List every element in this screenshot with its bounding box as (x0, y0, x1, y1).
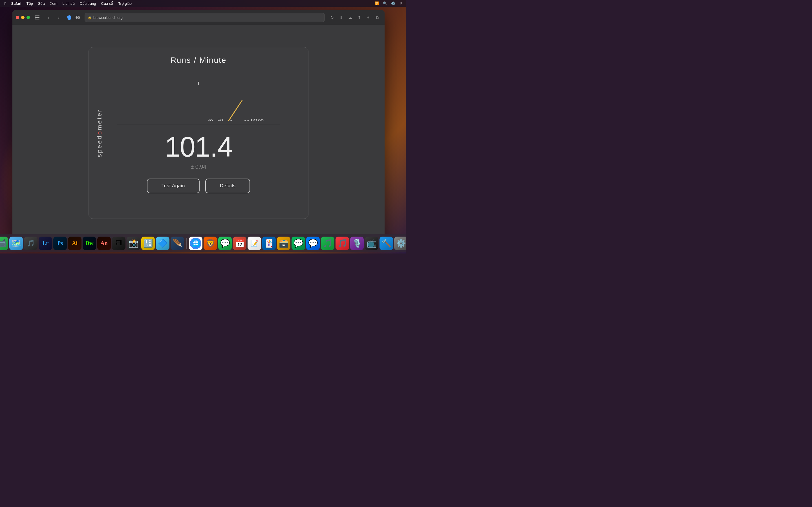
url-text: browserbench.org (93, 15, 123, 20)
traffic-lights (16, 16, 30, 19)
test-again-button[interactable]: Test Again (147, 179, 200, 193)
menu-trogiup[interactable]: Trợ giúp (116, 1, 134, 6)
svg-rect-3 (35, 15, 36, 19)
dock-icon-brave[interactable]: 🦁 (204, 237, 217, 250)
dock-icon-lightroom[interactable]: Lr (39, 237, 52, 250)
dock-icon-affinity[interactable]: 🔷 (156, 237, 169, 250)
dock-icon-xcode[interactable]: 🔨 (379, 237, 393, 250)
dock-icon-chrome[interactable]: 🌐 (189, 237, 202, 250)
menu-search[interactable]: 🔍 (382, 1, 388, 6)
menu-wifi[interactable]: 🛜 (373, 1, 380, 6)
dock-icon-fantastical[interactable]: 📅 (233, 237, 246, 250)
dock-icon-systemprefs[interactable]: ⚙️ (394, 237, 406, 250)
lock-icon: 🔒 (88, 16, 92, 19)
browser-window: ‹ › 🔒 browserbench.org ↻ ⬇ ☁ ⬆ (12, 10, 385, 241)
shield-privacy-button[interactable] (65, 13, 73, 21)
button-row: Test Again Details (147, 179, 250, 193)
menu-cuaso[interactable]: Cửa sổ (99, 1, 115, 6)
sidebar-toggle-button[interactable] (33, 13, 41, 21)
browser-content: speedometer Runs / Minute .tick-white { … (12, 25, 385, 241)
speedometer-card: speedometer Runs / Minute .tick-white { … (89, 47, 308, 219)
dock-icon-tableplus[interactable]: 🗃️ (277, 237, 290, 250)
menu-lichsu[interactable]: Lịch sử (60, 1, 77, 6)
menu-tep[interactable]: Tệp (24, 1, 35, 6)
dock-icon-maps[interactable]: 🗺️ (9, 237, 23, 250)
icloud-button[interactable]: ☁ (346, 13, 354, 21)
dock-icon-dreamweaver[interactable]: Dw (83, 237, 96, 250)
shield-icons (65, 13, 82, 21)
dock-icon-appletv[interactable]: 📺 (365, 237, 378, 250)
details-button[interactable]: Details (205, 179, 250, 193)
privacy-eye-button[interactable] (74, 13, 82, 21)
svg-text:40: 40 (207, 118, 213, 121)
svg-text:110: 110 (259, 121, 268, 121)
toolbar-actions: ↻ ⬇ ☁ ⬆ ＋ ⧉ (328, 13, 381, 21)
share-button[interactable]: ⬆ (355, 13, 363, 21)
menu-xem[interactable]: Xem (48, 1, 60, 6)
dock-icon-robinhoodie[interactable]: 🪶 (170, 237, 184, 250)
new-tab-button[interactable]: ＋ (364, 13, 372, 21)
dock-icon-lrc[interactable]: 🎵 (24, 237, 38, 250)
dock-icon-podcasts[interactable]: 🎙️ (350, 237, 364, 250)
tab-overview-button[interactable]: ⧉ (373, 13, 381, 21)
score-value: 101.4 (165, 133, 232, 161)
speedometer-title: Runs / Minute (170, 56, 227, 65)
dock-icon-illustrator[interactable]: Ai (68, 237, 82, 250)
forward-button[interactable]: › (55, 13, 63, 21)
score-display: 101.4 (165, 133, 232, 161)
dock-icon-animate[interactable]: An (97, 237, 111, 250)
menu-dautrang[interactable]: Dấu trang (78, 1, 98, 6)
dock-icon-facetime[interactable]: 📹 (0, 237, 8, 250)
back-button[interactable]: ‹ (45, 13, 52, 21)
dock-icon-photoshop[interactable]: Ps (53, 237, 67, 250)
menubar:  Safari Tệp Sửa Xem Lịch sử Dấu trang C… (0, 0, 406, 7)
menu-siri[interactable]: 🎙 (398, 1, 404, 6)
menu-control[interactable]: ⚙️ (390, 1, 396, 6)
dock-icon-capture[interactable]: 📸 (126, 237, 140, 250)
refresh-button[interactable]: ↻ (328, 13, 336, 21)
dock-icon-finalcut[interactable]: 🎞 (112, 237, 125, 250)
menubar-right-icons: 🛜 🔍 ⚙️ 🎙 (373, 1, 404, 6)
dock-icon-messenger[interactable]: 💬 (306, 237, 320, 250)
svg-text:80: 80 (244, 119, 250, 121)
dock-icon-music[interactable]: 🎵 (336, 237, 349, 250)
menu-safari[interactable]: Safari (9, 1, 23, 6)
close-button[interactable] (16, 16, 19, 19)
score-margin: ± 0.94 (191, 164, 206, 170)
minimize-button[interactable] (21, 16, 24, 19)
menu-sua[interactable]: Sửa (36, 1, 47, 6)
dock-icon-whatsapp[interactable]: 💬 (218, 237, 232, 250)
download-history-button[interactable]: ⬇ (337, 13, 345, 21)
dock-icon-notion[interactable]: 📝 (248, 237, 261, 250)
dock-separator-1 (186, 238, 187, 249)
dock-icon-spotify[interactable]: 🎵 (321, 237, 335, 250)
dock-icon-soulver[interactable]: 🔢 (141, 237, 155, 250)
svg-text:30: 30 (197, 121, 202, 121)
address-bar[interactable]: 🔒 browserbench.org (85, 13, 325, 22)
dock: 🖥 ✉️ 📹 🗺️ 🎵 Lr Ps Ai Dw An 🎞 📸 🔢 🔷 🪶 🌐 🦁… (0, 234, 406, 252)
dock-icon-wechat[interactable]: 💬 (292, 237, 305, 250)
dock-icon-anki[interactable]: 🃏 (262, 237, 276, 250)
maximize-button[interactable] (27, 16, 30, 19)
apple-menu[interactable]:  (2, 1, 8, 6)
browser-toolbar: ‹ › 🔒 browserbench.org ↻ ⬇ ☁ ⬆ (12, 10, 385, 25)
gauge-area: .tick-white { stroke: #e0e0e0; stroke-wi… (100, 70, 297, 121)
svg-text:50: 50 (217, 118, 223, 121)
